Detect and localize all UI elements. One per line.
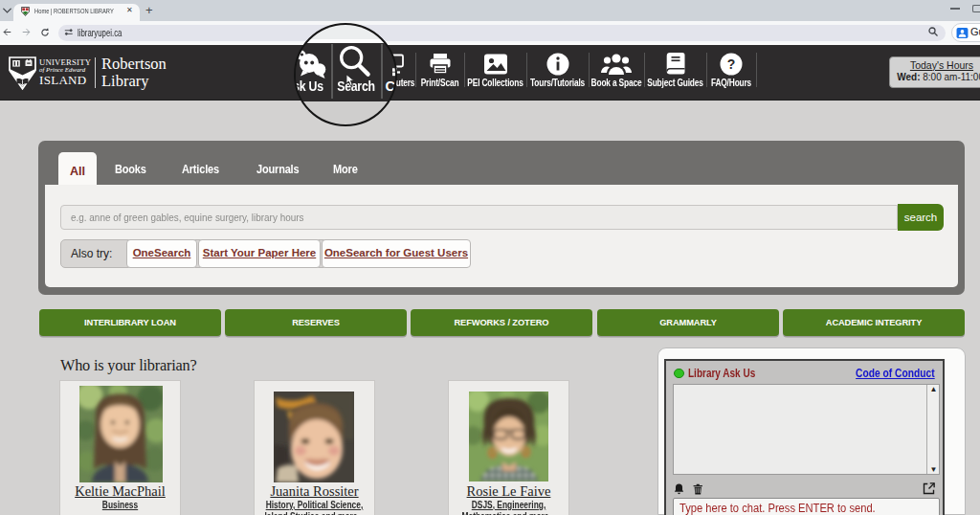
svg-text:?: ?	[727, 56, 736, 72]
